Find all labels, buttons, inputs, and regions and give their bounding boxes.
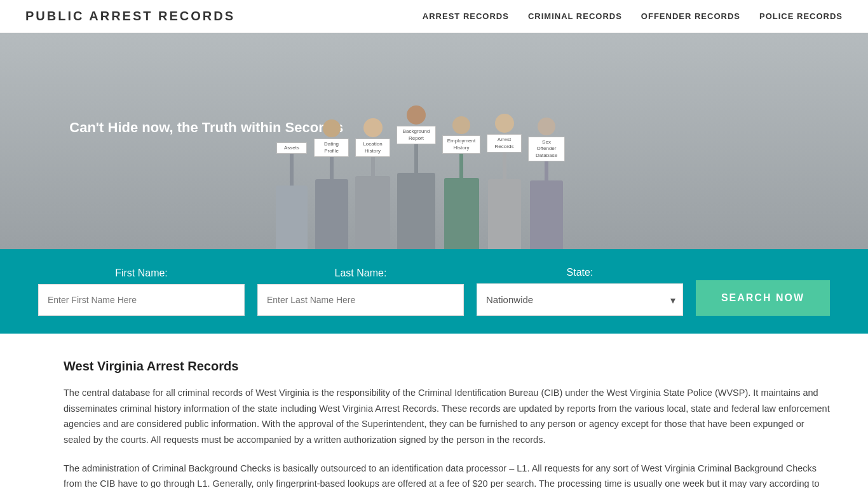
person-1: Assets [276, 122, 308, 249]
content-heading: West Virginia Arrest Records [64, 359, 830, 374]
nav-arrest-records[interactable]: ARREST RECORDS [423, 11, 509, 21]
state-field: State: Nationwide Alabama Alaska Arizona… [477, 267, 683, 316]
last-name-field: Last Name: [257, 268, 464, 316]
first-name-input[interactable] [38, 284, 245, 316]
nav-police-records[interactable]: POLICE RECORDS [759, 11, 843, 21]
site-title: PUBLIC ARREST RECORDS [25, 9, 235, 24]
person-5: EmploymentHistory [442, 90, 480, 249]
first-name-label: First Name: [38, 268, 245, 279]
last-name-label: Last Name: [257, 268, 464, 279]
hero-section: Can't Hide now, the Truth within Seconds… [0, 33, 868, 249]
last-name-input[interactable] [257, 284, 464, 316]
main-content: West Virginia Arrest Records The central… [0, 334, 868, 488]
nav-criminal-records[interactable]: CRIMINAL RECORDS [528, 11, 622, 21]
first-name-field: First Name: [38, 268, 245, 316]
search-button[interactable]: SEARCH NOW [696, 280, 830, 316]
main-nav: ARREST RECORDS CRIMINAL RECORDS OFFENDER… [423, 11, 843, 21]
person-6: ArrestRecords [487, 87, 522, 249]
person-4: BackgroundReport [397, 81, 436, 249]
state-label: State: [477, 267, 683, 278]
state-select-wrapper: Nationwide Alabama Alaska Arizona Arkans… [477, 283, 683, 316]
nav-offender-records[interactable]: OFFENDER RECORDS [641, 11, 740, 21]
header: PUBLIC ARREST RECORDS ARREST RECORDS CRI… [0, 0, 868, 33]
content-paragraph-1: The central database for all criminal re… [64, 385, 830, 448]
person-2: DatingProfile [314, 103, 349, 249]
person-3: LocationHistory [355, 97, 390, 249]
state-select[interactable]: Nationwide Alabama Alaska Arizona Arkans… [477, 283, 683, 316]
hero-illustration: Assets DatingProfile LocationHistory [273, 46, 868, 249]
search-bar: First Name: Last Name: State: Nationwide… [0, 249, 868, 334]
person-7: SexOffenderDatabase [528, 97, 565, 249]
content-paragraph-2: The administration of Criminal Backgroun… [64, 461, 830, 488]
